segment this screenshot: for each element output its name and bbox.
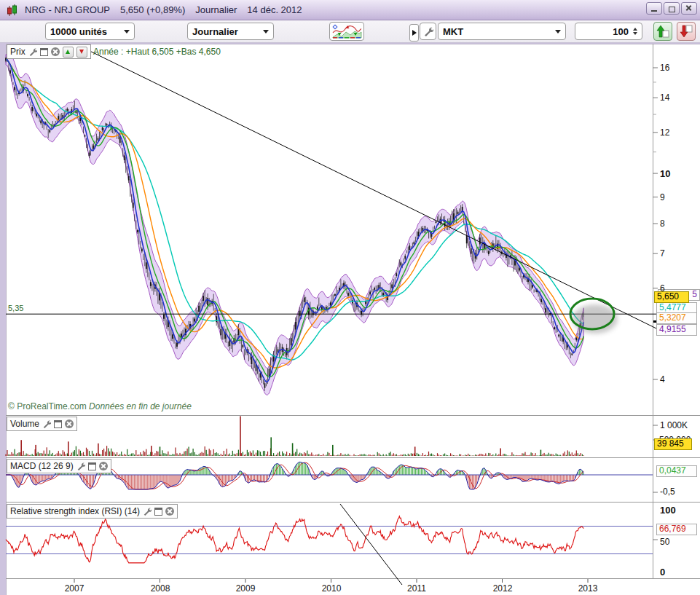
copyright-note: © ProRealTime.com Données en fin de jour… [8, 401, 192, 411]
maximize-icon [669, 7, 675, 12]
order-type-dropdown[interactable]: MKT [438, 23, 566, 40]
macd-value-tag: 0,0437 [656, 465, 697, 477]
year-high-low-annotation: Année : +Haut 6,505 +Bas 4,650 [93, 47, 221, 57]
ma-slow-value-tag: 5,3207 [656, 312, 697, 324]
quantity-value: 100 [613, 26, 629, 37]
title-period: Journalier [195, 4, 237, 15]
chevron-down-icon [124, 30, 130, 36]
buy-order-icon [656, 24, 670, 39]
close-button[interactable] [681, 2, 697, 15]
detach-window-icon[interactable] [88, 462, 96, 470]
units-dropdown-label: 10000 unités [50, 26, 107, 37]
price-panel-header: Prix [7, 44, 91, 59]
arrow-up-icon [633, 25, 637, 31]
maximize-button[interactable] [664, 2, 680, 15]
close-icon[interactable] [65, 419, 74, 428]
macd-panel-title: MACD (12 26 9) [10, 461, 74, 471]
candlestick-app-icon [6, 4, 19, 17]
buy-button[interactable] [653, 22, 672, 41]
units-dropdown[interactable]: 10000 unités [45, 23, 135, 40]
eod-data-note: Données en fin de journée [89, 401, 192, 411]
price-panel-title: Prix [10, 47, 25, 57]
chevron-down-icon [555, 30, 561, 36]
rsi-value-tag: 66,769 [656, 524, 697, 535]
window-controls [646, 2, 697, 15]
last-price-tag: 5,650 [654, 291, 689, 303]
close-icon[interactable] [99, 462, 108, 470]
wrench-icon [423, 26, 433, 36]
arrow-down-icon [633, 32, 637, 37]
order-type-label: MKT [443, 26, 463, 37]
minimize-button[interactable] [646, 2, 662, 15]
volume-panel-header: Volume [7, 417, 77, 431]
panel-expander[interactable] [409, 24, 419, 42]
chart-style-button[interactable] [329, 22, 364, 41]
title-instrument: NRG - NRJ GROUP [25, 4, 110, 15]
main-toolbar: 10000 unités Journalier [0, 20, 700, 43]
title-bar: NRG - NRJ GROUP 5,650 (+0,89%) Journalie… [0, 0, 700, 20]
close-icon[interactable] [51, 47, 60, 56]
detach-window-icon[interactable] [40, 48, 48, 56]
sell-button[interactable] [677, 22, 696, 41]
buy-arrow-icon[interactable] [63, 47, 74, 58]
chevron-down-icon [263, 30, 269, 36]
stepper-arrows[interactable] [633, 25, 637, 37]
arrow-right-icon [412, 30, 417, 36]
wrench-icon[interactable] [42, 419, 51, 428]
rsi-panel-header: Relative strength index (RSI) (14) [7, 504, 178, 519]
chart-style-icon [331, 24, 362, 39]
horizontal-line-label: 5,35 [8, 304, 23, 312]
order-settings-button[interactable] [420, 23, 436, 40]
quantity-stepper[interactable]: 100 [575, 23, 642, 40]
copyright-text: © ProRealTime.com [8, 401, 87, 411]
title-date: 14 déc. 2012 [247, 4, 302, 15]
close-icon[interactable] [165, 507, 174, 516]
sell-order-icon [679, 24, 693, 39]
minimize-icon [651, 10, 657, 12]
detach-window-icon[interactable] [154, 508, 162, 516]
trading-app-window: NRG - NRJ GROUP 5,650 (+0,89%) Journalie… [0, 0, 700, 595]
rsi-panel-title: Relative strength index (RSI) (14) [10, 506, 140, 516]
timeframe-dropdown-label: Journalier [192, 26, 238, 37]
title-price: 5,650 (+0,89%) [120, 4, 185, 15]
band-low-value-tag: 4,9155 [656, 324, 697, 336]
window-title: NRG - NRJ GROUP 5,650 (+0,89%) Journalie… [25, 4, 302, 15]
sell-arrow-icon[interactable] [76, 47, 87, 58]
volume-panel-title: Volume [10, 419, 39, 429]
wrench-icon[interactable] [76, 462, 85, 470]
wrench-icon[interactable] [28, 47, 37, 56]
timeframe-dropdown[interactable]: Journalier [187, 23, 274, 40]
last-volume-tag: 39 845 [654, 438, 692, 450]
wrench-icon[interactable] [143, 507, 152, 516]
detach-window-icon[interactable] [54, 420, 62, 428]
macd-panel-header: MACD (12 26 9) [7, 459, 111, 473]
